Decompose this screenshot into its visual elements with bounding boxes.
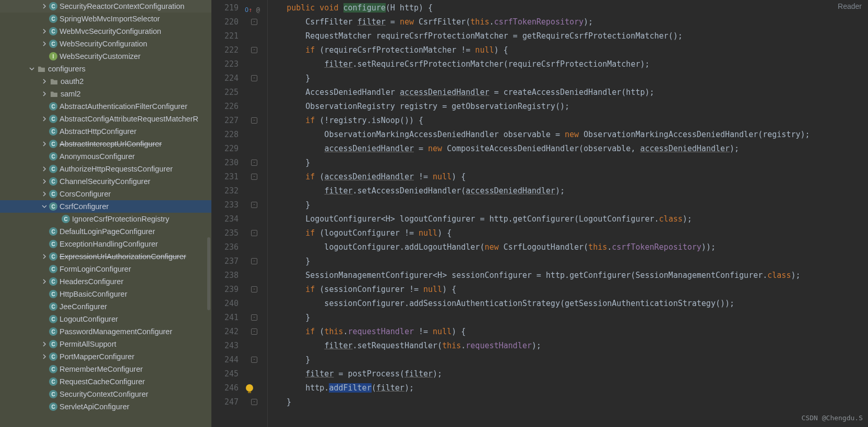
code-line[interactable]: } bbox=[268, 156, 868, 170]
fold-toggle-icon[interactable] bbox=[251, 328, 257, 335]
tree-item[interactable]: PasswordManagementConfigurer bbox=[0, 325, 211, 338]
sidebar-scrollbar[interactable] bbox=[207, 237, 210, 310]
chevron-right-icon[interactable] bbox=[40, 179, 49, 184]
tree-item[interactable]: PermitAllSupport bbox=[0, 338, 211, 350]
tree-item[interactable]: FormLoginConfigurer bbox=[0, 263, 211, 275]
code-line[interactable]: logoutConfigurer.addLogoutHandler(new Cs… bbox=[268, 240, 868, 254]
code-line[interactable]: filter = postProcess(filter); bbox=[268, 367, 868, 381]
fold-toggle-icon[interactable] bbox=[251, 286, 257, 292]
tree-item[interactable]: AbstractHttpConfigurer bbox=[0, 125, 211, 138]
fold-toggle-icon[interactable] bbox=[251, 258, 257, 264]
fold-toggle-icon[interactable] bbox=[251, 160, 257, 166]
tree-item[interactable]: JeeConfigurer bbox=[0, 300, 211, 313]
chevron-right-icon[interactable] bbox=[40, 4, 49, 9]
fold-toggle-icon[interactable] bbox=[251, 117, 257, 124]
tree-item[interactable]: DefaultLoginPageConfigurer bbox=[0, 225, 211, 238]
tree-item[interactable]: WebSecurityConfiguration bbox=[0, 38, 211, 50]
chevron-right-icon[interactable] bbox=[40, 254, 49, 259]
code-line[interactable]: } bbox=[268, 198, 868, 212]
code-line[interactable]: accessDeniedHandler = new CompositeAcces… bbox=[268, 142, 868, 156]
chevron-down-icon[interactable] bbox=[27, 66, 37, 71]
fold-toggle-icon[interactable] bbox=[251, 19, 257, 25]
tree-item[interactable]: WebMvcSecurityConfiguration bbox=[0, 25, 211, 38]
tree-item[interactable]: CorsConfigurer bbox=[0, 188, 211, 200]
code-line[interactable]: filter.setAccessDeniedHandler(accessDeni… bbox=[268, 184, 868, 198]
chevron-right-icon[interactable] bbox=[40, 116, 49, 121]
code-line[interactable]: RequestMatcher requireCsrfProtectionMatc… bbox=[268, 29, 868, 43]
code-line[interactable]: if (logoutConfigurer != null) { bbox=[268, 226, 868, 240]
code-line[interactable]: CsrfFilter filter = new CsrfFilter(this.… bbox=[268, 15, 868, 29]
code-line[interactable]: } bbox=[268, 311, 868, 325]
tree-item[interactable]: ExceptionHandlingConfigurer bbox=[0, 238, 211, 250]
fold-toggle-icon[interactable] bbox=[251, 202, 257, 208]
chevron-right-icon[interactable] bbox=[40, 341, 49, 347]
fold-toggle-icon[interactable] bbox=[251, 47, 257, 53]
fold-toggle-icon[interactable] bbox=[251, 230, 257, 236]
code-line[interactable]: } bbox=[268, 395, 868, 409]
project-tree[interactable]: SecurityReactorContextConfigurationSprin… bbox=[0, 0, 211, 413]
tree-item[interactable]: IgnoreCsrfProtectionRegistry bbox=[0, 213, 211, 225]
tree-item[interactable]: SpringWebMvcImportSelector bbox=[0, 13, 211, 25]
tree-item[interactable]: saml2 bbox=[0, 88, 211, 100]
code-line[interactable]: if (requireCsrfProtectionMatcher != null… bbox=[268, 43, 868, 57]
intent-bulb-icon[interactable] bbox=[246, 384, 253, 392]
code-line[interactable]: AccessDeniedHandler accessDeniedHandler … bbox=[268, 86, 868, 100]
fold-toggle-icon[interactable] bbox=[251, 357, 257, 363]
fold-toggle-icon[interactable] bbox=[251, 174, 257, 180]
code-editor[interactable]: 2192202212222232242252262272282292302312… bbox=[211, 0, 868, 427]
code-line[interactable]: ObservationRegistry registry = getObserv… bbox=[268, 100, 868, 114]
fold-toggle-icon[interactable] bbox=[251, 75, 257, 81]
fold-gutter[interactable]: O↑ @ bbox=[244, 0, 268, 427]
tree-item[interactable]: ExpressionUrlAuthorizationConfigurer bbox=[0, 250, 211, 263]
code-line[interactable]: if (this.requestHandler != null) { bbox=[268, 325, 868, 339]
tree-item[interactable]: RememberMeConfigurer bbox=[0, 363, 211, 375]
code-line[interactable]: if (accessDeniedHandler != null) { bbox=[268, 170, 868, 184]
tree-item[interactable]: configurers bbox=[0, 63, 211, 75]
chevron-right-icon[interactable] bbox=[40, 354, 49, 359]
tree-item[interactable]: HttpBasicConfigurer bbox=[0, 288, 211, 300]
tree-item[interactable]: oauth2 bbox=[0, 75, 211, 88]
tree-item[interactable]: LogoutConfigurer bbox=[0, 313, 211, 325]
project-tree-panel[interactable]: SecurityReactorContextConfigurationSprin… bbox=[0, 0, 211, 427]
tree-item[interactable]: HeadersConfigurer bbox=[0, 275, 211, 288]
tree-item[interactable]: AbstractConfigAttributeRequestMatcherR bbox=[0, 113, 211, 125]
tree-item[interactable]: AbstractAuthenticationFilterConfigurer bbox=[0, 100, 211, 113]
code-line[interactable]: SessionManagementConfigurer<H> sessionCo… bbox=[268, 269, 868, 283]
tree-item[interactable]: WebSecurityCustomizer bbox=[0, 50, 211, 63]
code-line[interactable]: filter.setRequireCsrfProtectionMatcher(r… bbox=[268, 57, 868, 71]
code-line[interactable]: LogoutConfigurer<H> logoutConfigurer = h… bbox=[268, 212, 868, 226]
code-line[interactable]: if (!registry.isNoop()) { bbox=[268, 114, 868, 128]
code-line[interactable]: } bbox=[268, 353, 868, 367]
code-line[interactable]: http.addFilter(filter); bbox=[268, 381, 868, 395]
tree-item[interactable]: PortMapperConfigurer bbox=[0, 350, 211, 363]
chevron-right-icon[interactable] bbox=[40, 166, 49, 172]
fold-toggle-icon[interactable] bbox=[251, 399, 257, 405]
tree-item[interactable]: AnonymousConfigurer bbox=[0, 150, 211, 163]
chevron-right-icon[interactable] bbox=[40, 191, 49, 197]
reader-mode-button[interactable]: Reader bbox=[838, 2, 862, 10]
chevron-right-icon[interactable] bbox=[40, 79, 49, 84]
code-line[interactable]: } bbox=[268, 254, 868, 269]
tree-item[interactable]: AuthorizeHttpRequestsConfigurer bbox=[0, 163, 211, 175]
code-line[interactable]: ObservationMarkingAccessDeniedHandler ob… bbox=[268, 128, 868, 142]
code-line[interactable]: sessionConfigurer.addSessionAuthenticati… bbox=[268, 297, 868, 311]
code-line[interactable]: public void configure(H http) { bbox=[268, 1, 868, 15]
tree-item[interactable]: ChannelSecurityConfigurer bbox=[0, 175, 211, 188]
tree-item[interactable]: RequestCacheConfigurer bbox=[0, 375, 211, 388]
tree-item[interactable]: SecurityReactorContextConfiguration bbox=[0, 0, 211, 13]
chevron-down-icon[interactable] bbox=[40, 204, 49, 209]
tree-item[interactable]: CsrfConfigurer bbox=[0, 200, 211, 213]
tree-item[interactable]: AbstractInterceptUrlConfigurer bbox=[0, 138, 211, 150]
chevron-right-icon[interactable] bbox=[40, 91, 49, 96]
override-gutter-icon[interactable]: O↑ @ bbox=[245, 3, 260, 17]
fold-toggle-icon[interactable] bbox=[251, 314, 257, 321]
chevron-right-icon[interactable] bbox=[40, 141, 49, 147]
tree-item[interactable]: SecurityContextConfigurer bbox=[0, 388, 211, 400]
chevron-right-icon[interactable] bbox=[40, 279, 49, 284]
code-line[interactable]: filter.setRequestHandler(this.requestHan… bbox=[268, 339, 868, 353]
chevron-right-icon[interactable] bbox=[40, 41, 49, 46]
tree-item[interactable]: ServletApiConfigurer bbox=[0, 400, 211, 413]
chevron-right-icon[interactable] bbox=[40, 29, 49, 34]
code-view[interactable]: public void configure(H http) { CsrfFilt… bbox=[268, 0, 868, 427]
code-line[interactable]: if (sessionConfigurer != null) { bbox=[268, 283, 868, 297]
